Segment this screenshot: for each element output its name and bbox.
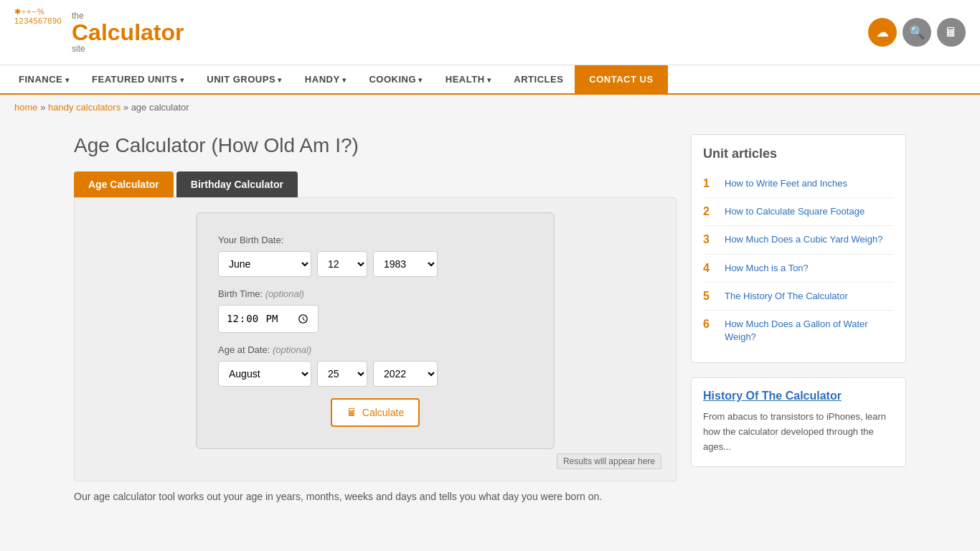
main-layout: Age Calculator (How Old Am I?) Age Calcu… (60, 120, 920, 519)
birth-time-label: Birth Time: (optional) (218, 288, 532, 299)
tab-birthday-calculator[interactable]: Birthday Calculator (176, 171, 298, 197)
nav-health[interactable]: HEALTH (434, 65, 503, 93)
nav-contact-us[interactable]: CONTACT US (575, 65, 667, 93)
logo-area: ✱÷+−% 1234567890 the Calculator site (14, 7, 184, 57)
breadcrumb-handy-calculators[interactable]: handy calculators (48, 102, 121, 113)
age-day-select[interactable]: 25 (317, 361, 367, 387)
header-icons: ☁ 🔍 🖩 (868, 18, 966, 47)
calculator-icon[interactable]: 🖩 (937, 18, 966, 47)
nav-featured-units[interactable]: FEATURED UNITS (80, 65, 195, 93)
cloud-icon[interactable]: ☁ (868, 18, 897, 47)
logo-text: the Calculator site (72, 11, 184, 54)
list-item: 4 How Much is a Ton? (703, 255, 894, 283)
calculator-inner: Your Birth Date: June January February M… (196, 212, 555, 449)
birth-date-label: Your Birth Date: (218, 235, 532, 245)
article-link-4[interactable]: How Much is a Ton? (725, 262, 809, 275)
breadcrumb-current: age calculator (131, 102, 189, 113)
age-year-select[interactable]: 2022 (373, 361, 438, 387)
promo-title[interactable]: History Of The Calculator (703, 390, 894, 402)
list-item: 1 How to Write Feet and Inches (703, 170, 894, 198)
birth-time-input[interactable] (218, 305, 319, 333)
content-area: Age Calculator (How Old Am I?) Age Calcu… (74, 134, 677, 504)
article-link-3[interactable]: How Much Does a Cubic Yard Weigh? (725, 233, 882, 246)
header: ✱÷+−% 1234567890 the Calculator site ☁ 🔍… (0, 0, 980, 65)
nav-articles[interactable]: ARTICLES (502, 65, 575, 93)
article-link-6[interactable]: How Much Does a Gallon of Water Weigh? (725, 318, 894, 344)
results-placeholder: Results will appear here (89, 455, 661, 466)
article-list: 1 How to Write Feet and Inches 2 How to … (703, 170, 894, 351)
nav-unit-groups[interactable]: UNIT GROUPS (195, 65, 293, 93)
logo-icon[interactable]: ✱÷+−% 1234567890 (14, 7, 72, 57)
calculator-box: Your Birth Date: June January February M… (74, 197, 677, 481)
page-title: Age Calculator (How Old Am I?) (74, 134, 677, 157)
breadcrumb-home[interactable]: home (14, 102, 38, 113)
calculator-description: Our age calculator tool works out your a… (74, 489, 677, 504)
birth-day-select[interactable]: 12 (317, 251, 367, 277)
nav-handy[interactable]: HANDY (293, 65, 358, 93)
unit-articles-box: Unit articles 1 How to Write Feet and In… (691, 134, 906, 363)
birth-time-row (218, 305, 532, 333)
navigation: FINANCE FEATURED UNITS UNIT GROUPS HANDY… (0, 65, 980, 95)
article-link-2[interactable]: How to Calculate Square Footage (725, 205, 864, 218)
sidebar-promo: History Of The Calculator From abacus to… (691, 377, 906, 466)
tabs: Age Calculator Birthday Calculator (74, 171, 677, 197)
list-item: 3 How Much Does a Cubic Yard Weigh? (703, 226, 894, 254)
birth-date-row: June January February March April May Ju… (218, 251, 532, 277)
article-link-5[interactable]: The History Of The Calculator (725, 290, 848, 303)
unit-articles-title: Unit articles (703, 146, 894, 161)
age-month-select[interactable]: August January February March April May … (218, 361, 311, 387)
birth-year-select[interactable]: 1983 (373, 251, 438, 277)
calculate-icon: 🖩 (347, 407, 357, 418)
tab-age-calculator[interactable]: Age Calculator (74, 171, 174, 197)
article-link-1[interactable]: How to Write Feet and Inches (725, 177, 847, 190)
nav-finance[interactable]: FINANCE (7, 65, 80, 93)
sidebar: Unit articles 1 How to Write Feet and In… (691, 134, 906, 504)
nav-cooking[interactable]: COOKING (357, 65, 433, 93)
calculate-button[interactable]: 🖩 Calculate (331, 398, 420, 427)
breadcrumb: home » handy calculators » age calculato… (0, 95, 980, 120)
list-item: 5 The History Of The Calculator (703, 283, 894, 311)
age-at-date-label: Age at Date: (optional) (218, 344, 532, 355)
promo-text: From abacus to transistors to iPhones, l… (703, 410, 894, 454)
search-icon[interactable]: 🔍 (903, 18, 931, 47)
list-item: 2 How to Calculate Square Footage (703, 198, 894, 226)
birth-month-select[interactable]: June January February March April May Ju… (218, 251, 311, 277)
age-at-date-row: August January February March April May … (218, 361, 532, 387)
list-item: 6 How Much Does a Gallon of Water Weigh? (703, 311, 894, 351)
